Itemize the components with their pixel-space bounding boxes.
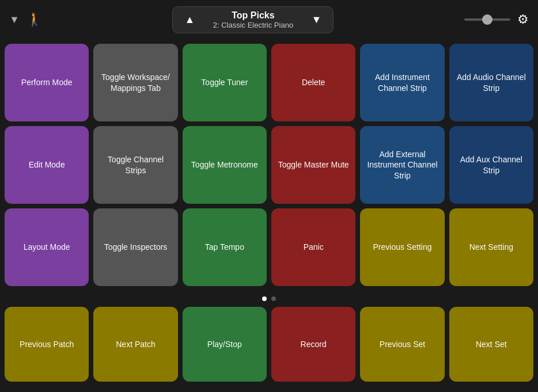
gear-icon-button[interactable]: ⚙: [517, 12, 529, 27]
main-title: Top Picks: [197, 10, 309, 21]
dropdown-button[interactable]: ▼: [9, 14, 20, 26]
grid-cell-label-1-3: Toggle Master Mute: [278, 159, 349, 170]
grid-cell-0-4[interactable]: Add Instrument Channel Strip: [360, 44, 444, 121]
grid-cell-label-2-2: Tap Tempo: [205, 242, 244, 252]
grid-cell-0-1[interactable]: Toggle Workspace/ Mappings Tab: [93, 44, 177, 121]
grid-container: Perform ModeToggle Workspace/ Mappings T…: [0, 39, 538, 286]
bottom-cell-label-2: Play/Stop: [207, 339, 242, 349]
bottom-cell-label-0: Previous Patch: [20, 339, 74, 349]
grid-cell-2-5[interactable]: Next Setting: [449, 208, 533, 286]
sub-title: 2: Classic Electric Piano: [197, 21, 309, 29]
bottom-cell-4[interactable]: Previous Set: [360, 307, 444, 382]
bottom-row: Previous PatchNext PatchPlay/StopRecordP…: [0, 307, 538, 386]
grid-cell-label-0-1: Toggle Workspace/ Mappings Tab: [99, 72, 172, 93]
header-center: ▲ Top Picks 2: Classic Electric Piano ▼: [172, 6, 334, 33]
header-left: ▼ 🚶: [9, 12, 42, 27]
grid-cell-label-1-4: Add External Instrument Channel Strip: [366, 149, 438, 181]
grid-cell-label-2-1: Toggle Inspectors: [104, 242, 168, 252]
grid-cell-label-2-5: Next Setting: [469, 242, 513, 252]
grid-cell-0-3[interactable]: Delete: [271, 44, 355, 121]
grid-cell-label-1-0: Edit Mode: [29, 159, 65, 170]
grid-cell-0-5[interactable]: Add Audio Channel Strip: [449, 44, 533, 121]
grid-cell-label-0-2: Toggle Tuner: [201, 77, 248, 87]
pagination-dot-1[interactable]: [271, 296, 276, 301]
grid-cell-0-2[interactable]: Toggle Tuner: [183, 44, 267, 121]
grid-cell-label-0-5: Add Audio Channel Strip: [455, 72, 528, 93]
grid-cell-label-2-4: Previous Setting: [373, 242, 432, 252]
chevron-up-button[interactable]: ▲: [182, 12, 197, 28]
grid-cell-1-4[interactable]: Add External Instrument Channel Strip: [360, 126, 444, 204]
grid-cell-1-3[interactable]: Toggle Master Mute: [271, 126, 355, 204]
header-right: ⚙: [464, 12, 529, 27]
chevron-down-button[interactable]: ▼: [309, 12, 324, 28]
bottom-cell-label-3: Record: [301, 339, 327, 349]
volume-slider[interactable]: [464, 18, 510, 21]
grid-cell-label-1-1: Toggle Channel Strips: [99, 154, 172, 175]
bottom-cell-0[interactable]: Previous Patch: [5, 307, 89, 382]
grid-cell-2-0[interactable]: Layout Mode: [5, 208, 89, 286]
grid-cell-label-1-5: Add Aux Channel Strip: [455, 154, 528, 175]
grid-cell-label-2-3: Panic: [304, 242, 324, 252]
pagination: [0, 291, 538, 307]
grid-cell-2-2[interactable]: Tap Tempo: [183, 208, 267, 286]
person-icon-button[interactable]: 🚶: [26, 12, 42, 27]
volume-knob: [482, 14, 492, 25]
pagination-dot-0[interactable]: [262, 296, 267, 301]
grid-cell-2-1[interactable]: Toggle Inspectors: [93, 208, 177, 286]
bottom-cell-1[interactable]: Next Patch: [93, 307, 177, 382]
bottom-cell-2[interactable]: Play/Stop: [183, 307, 267, 382]
grid-cell-1-0[interactable]: Edit Mode: [5, 126, 89, 204]
bottom-cell-label-5: Next Set: [476, 339, 507, 349]
grid-cell-label-2-0: Layout Mode: [24, 242, 70, 252]
grid-cell-label-0-0: Perform Mode: [21, 77, 73, 87]
grid-cell-0-0[interactable]: Perform Mode: [5, 44, 89, 121]
grid-cell-1-2[interactable]: Toggle Metronome: [183, 126, 267, 204]
bottom-cell-3[interactable]: Record: [271, 307, 355, 382]
header: ▼ 🚶 ▲ Top Picks 2: Classic Electric Pian…: [0, 0, 538, 39]
grid-cell-1-5[interactable]: Add Aux Channel Strip: [449, 126, 533, 204]
grid-cell-2-3[interactable]: Panic: [271, 208, 355, 286]
bottom-cell-5[interactable]: Next Set: [449, 307, 533, 382]
bottom-cell-label-4: Previous Set: [380, 339, 425, 349]
volume-control: [464, 18, 510, 21]
grid-cell-label-0-4: Add Instrument Channel Strip: [366, 72, 438, 93]
main-grid: Perform ModeToggle Workspace/ Mappings T…: [5, 44, 533, 286]
grid-cell-label-0-3: Delete: [302, 77, 325, 87]
grid-cell-label-1-2: Toggle Metronome: [191, 159, 258, 170]
bottom-cell-label-1: Next Patch: [116, 339, 155, 349]
grid-cell-2-4[interactable]: Previous Setting: [360, 208, 444, 286]
header-title: Top Picks 2: Classic Electric Piano: [197, 10, 309, 29]
grid-cell-1-1[interactable]: Toggle Channel Strips: [93, 126, 177, 204]
